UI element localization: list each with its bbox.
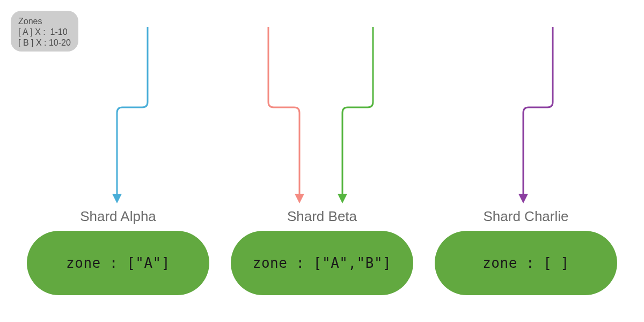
shard-charlie-zone-text: zone : [ ]: [482, 255, 569, 271]
zones-legend-row-b: [ B ] X : 10-20: [18, 38, 71, 48]
arrow-purple: [523, 27, 553, 199]
shard-alpha-pill: zone : ["A"]: [27, 231, 209, 295]
shard-alpha-label: Shard Alpha: [27, 208, 209, 225]
arrow-coral: [268, 27, 299, 199]
arrow-blue: [117, 27, 148, 199]
shard-charlie-pill: zone : [ ]: [435, 231, 617, 295]
zones-legend-title: Zones: [18, 16, 71, 27]
shard-beta-zone-text: zone : ["A","B"]: [253, 255, 391, 271]
shard-beta-label: Shard Beta: [231, 208, 413, 225]
shard-alpha-zone-text: zone : ["A"]: [66, 255, 170, 271]
shard-beta-pill: zone : ["A","B"]: [231, 231, 413, 295]
shard-charlie-label: Shard Charlie: [435, 208, 617, 225]
zones-legend-row-a: [ A ] X : 1-10: [18, 27, 71, 38]
zones-legend-box: Zones [ A ] X : 1-10 [ B ] X : 10-20: [11, 11, 78, 52]
diagram-canvas: Zones [ A ] X : 1-10 [ B ] X : 10-20 Sha…: [0, 0, 644, 322]
arrow-green: [342, 27, 373, 199]
